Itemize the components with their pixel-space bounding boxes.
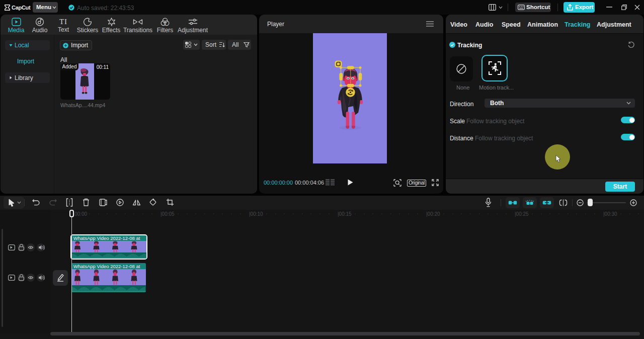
svg-text:00:00: 00:00 — [74, 211, 87, 217]
svg-text:|00:15: |00:15 — [338, 211, 352, 217]
svg-text:WhatsApp Video 2022-12-08 at: WhatsApp Video 2022-12-08 at — [73, 235, 140, 241]
svg-text:WhatsApp Video 2022-12-08 at: WhatsApp Video 2022-12-08 at — [73, 264, 140, 269]
svg-text:|00:10: |00:10 — [249, 211, 263, 217]
svg-text:|00:25: |00:25 — [515, 211, 529, 217]
svg-text:|00:30: |00:30 — [603, 211, 617, 217]
svg-text:|00:05: |00:05 — [160, 211, 175, 217]
svg-text:|00:20: |00:20 — [426, 211, 440, 217]
